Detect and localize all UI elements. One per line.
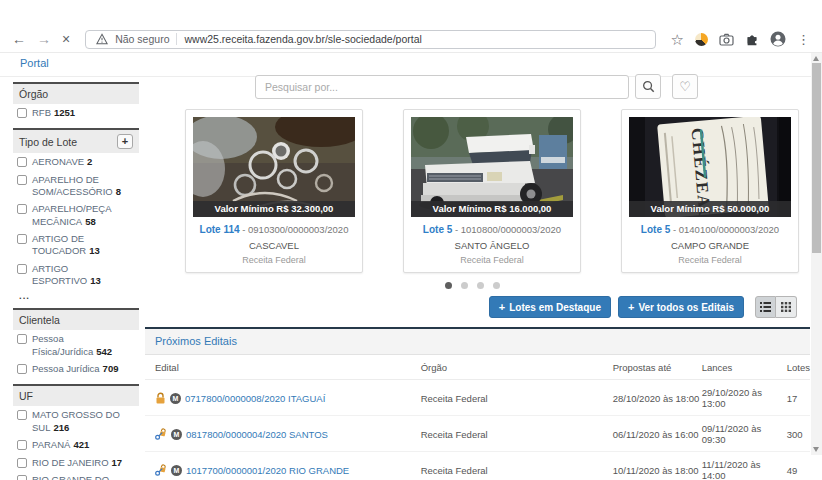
checkbox[interactable] xyxy=(17,204,27,214)
filter-item-rfb[interactable]: RFB1251 xyxy=(13,104,139,121)
edital-lances: 09/11/2020 às 09:30 xyxy=(702,416,787,452)
lot-link[interactable]: Lote 5 xyxy=(423,224,452,235)
lot-card-cascavel[interactable]: Valor Mínimo R$ 32.300,00 Lote 114 - 091… xyxy=(185,109,363,273)
back-icon[interactable]: ← xyxy=(12,32,26,46)
security-label[interactable]: Não seguro xyxy=(115,33,169,45)
show-more-link[interactable]: ... xyxy=(13,289,139,301)
proximos-editais-panel: Próximos Editais Edital Órgão Propostas … xyxy=(145,327,810,480)
modality-badge: M xyxy=(171,429,182,440)
section-label: Tipo de Lote xyxy=(19,136,77,148)
address-bar[interactable]: Não seguro www25.receita.fazenda.gov.br/… xyxy=(85,30,655,49)
lot-photo-jewelry: Valor Mínimo R$ 32.300,00 xyxy=(193,117,355,217)
panel-title: Próximos Editais xyxy=(145,329,810,355)
view-toggle-group xyxy=(755,296,797,318)
list-view-icon xyxy=(760,302,771,312)
scrollbar-down-arrow-icon[interactable] xyxy=(813,447,819,452)
edital-orgao: Receita Federal xyxy=(421,452,613,480)
actions-row: + Lotes em Destaque + Ver todos os Edita… xyxy=(145,296,810,318)
featured-lots-button[interactable]: + Lotes em Destaque xyxy=(489,296,611,318)
section-title-tipo-de-lote: Tipo de Lote + xyxy=(13,130,139,153)
lot-link[interactable]: Lote 5 xyxy=(641,224,670,235)
lot-city: CAMPO GRANDE xyxy=(629,240,791,251)
url-text[interactable]: www25.receita.fazenda.gov.br/sle-socieda… xyxy=(184,33,421,45)
page-scrollbar[interactable] xyxy=(811,53,822,455)
edital-orgao: Receita Federal xyxy=(421,380,613,416)
checkbox[interactable] xyxy=(17,157,27,167)
grid-view-button[interactable] xyxy=(776,296,797,318)
filter-item-parana[interactable]: PARANÁ421 xyxy=(13,436,139,453)
lot-link[interactable]: Lote 114 xyxy=(200,224,240,235)
lot-id-line: Lote 5 - 0140100/0000003/2020 xyxy=(629,224,791,235)
filter-label: RIO GRANDE DO SUL95 xyxy=(32,474,137,480)
edital-lances: 11/11/2020 às 14:00 xyxy=(702,452,787,480)
filter-item-pessoa-fisica-juridica[interactable]: Pessoa Física/Jurídica542 xyxy=(13,330,139,360)
filter-item-aeronave[interactable]: AERONAVE2 xyxy=(13,153,139,170)
carousel-dot-2[interactable] xyxy=(461,282,468,289)
checkbox[interactable] xyxy=(17,440,27,450)
section-title-clientela: Clientela xyxy=(13,310,139,330)
filter-item-rio-de-janeiro[interactable]: RIO DE JANEIRO17 xyxy=(13,454,139,471)
plus-icon: + xyxy=(628,301,634,313)
filter-label: AERONAVE2 xyxy=(32,156,92,168)
min-value-label: Valor Mínimo R$ 32.300,00 xyxy=(193,201,355,217)
filter-item-pessoa-juridica[interactable]: Pessoa Jurídica709 xyxy=(13,360,139,377)
stop-icon[interactable]: × xyxy=(62,32,70,46)
bookmark-star-icon[interactable]: ☆ xyxy=(671,32,684,47)
carousel-dot-1[interactable] xyxy=(445,282,452,289)
filter-label: APARELHO DE SOM/ACESSÓRIO8 xyxy=(32,174,137,199)
carousel-dot-4[interactable] xyxy=(493,282,500,289)
expand-plus-button[interactable]: + xyxy=(117,134,133,149)
checkbox[interactable] xyxy=(17,264,27,274)
search-icon xyxy=(642,80,655,93)
filter-item-artigo-toucador[interactable]: ARTIGO DE TOUCADOR13 xyxy=(13,230,139,260)
checkbox[interactable] xyxy=(17,334,27,344)
section-label: UF xyxy=(19,390,33,402)
menu-dots-icon[interactable]: ⋮ xyxy=(797,33,810,46)
profile-avatar-icon[interactable] xyxy=(770,31,786,47)
edital-lotes: 300 xyxy=(787,416,810,452)
extension-badge-icon[interactable] xyxy=(695,33,708,46)
search-input[interactable] xyxy=(255,75,629,99)
filter-item-rio-grande-do-sul[interactable]: RIO GRANDE DO SUL95 xyxy=(13,471,139,480)
edital-link[interactable]: 1017700/0000001/2020 RIO GRANDE xyxy=(186,465,349,476)
list-view-button[interactable] xyxy=(755,296,776,318)
section-title-orgao: Órgão xyxy=(13,84,139,104)
checkbox[interactable] xyxy=(17,364,27,374)
filter-item-aparelho-som[interactable]: APARELHO DE SOM/ACESSÓRIO8 xyxy=(13,171,139,201)
all-editais-button[interactable]: + Ver todos os Editais xyxy=(618,296,744,318)
extensions-puzzle-icon[interactable] xyxy=(745,32,759,46)
checkbox[interactable] xyxy=(17,410,27,420)
breadcrumb-portal-link[interactable]: Portal xyxy=(20,57,49,69)
filter-label: PARANÁ421 xyxy=(32,439,89,451)
checkbox[interactable] xyxy=(17,475,27,480)
filter-item-peca-mecanica[interactable]: APARELHO/PEÇA MECÂNICA58 xyxy=(13,200,139,230)
forward-icon[interactable]: → xyxy=(37,32,51,46)
carousel-dot-3[interactable] xyxy=(477,282,484,289)
lot-card-santo-angelo[interactable]: Valor Mínimo R$ 16.000,00 Lote 5 - 10108… xyxy=(403,109,581,273)
favorites-button[interactable]: ♡ xyxy=(672,74,698,99)
filter-item-artigo-esportivo[interactable]: ARTIGO ESPORTIVO13 xyxy=(13,260,139,290)
section-title-uf: UF xyxy=(13,386,139,406)
edital-link[interactable]: 0817800/0000004/2020 SANTOS xyxy=(186,429,328,440)
scrollbar-thumb[interactable] xyxy=(812,63,821,253)
min-value-label: Valor Mínimo R$ 50.000,00 xyxy=(629,201,791,217)
lot-photo-wine: CHÉZEAUX Valor Mínimo R$ 50.000,00 xyxy=(629,117,791,217)
table-header-row: Edital Órgão Propostas até Lances Lotes xyxy=(145,355,810,380)
table-row: M 1017700/0000001/2020 RIO GRANDE Receit… xyxy=(145,452,810,480)
checkbox[interactable] xyxy=(17,175,27,185)
featured-lots-carousel: Valor Mínimo R$ 32.300,00 Lote 114 - 091… xyxy=(185,109,810,273)
checkbox[interactable] xyxy=(17,108,27,118)
plus-icon: + xyxy=(499,301,505,313)
search-button[interactable] xyxy=(635,74,661,99)
scrollbar-up-arrow-icon[interactable] xyxy=(813,56,819,61)
checkbox[interactable] xyxy=(17,234,27,244)
lock-icon xyxy=(155,392,166,404)
edital-link[interactable]: 0717800/0000008/2020 ITAGUAÍ xyxy=(185,393,325,404)
filter-label: ARTIGO ESPORTIVO13 xyxy=(32,263,137,288)
filter-item-mato-grosso-do-sul[interactable]: MATO GROSSO DO SUL216 xyxy=(13,406,139,436)
edital-orgao: Receita Federal xyxy=(421,416,613,452)
checkbox[interactable] xyxy=(17,458,27,468)
modality-badge: M xyxy=(171,465,182,476)
camera-icon[interactable] xyxy=(719,32,734,47)
lot-card-campo-grande[interactable]: CHÉZEAUX Valor Mínimo R$ 50.000,00 Lote … xyxy=(621,109,799,273)
